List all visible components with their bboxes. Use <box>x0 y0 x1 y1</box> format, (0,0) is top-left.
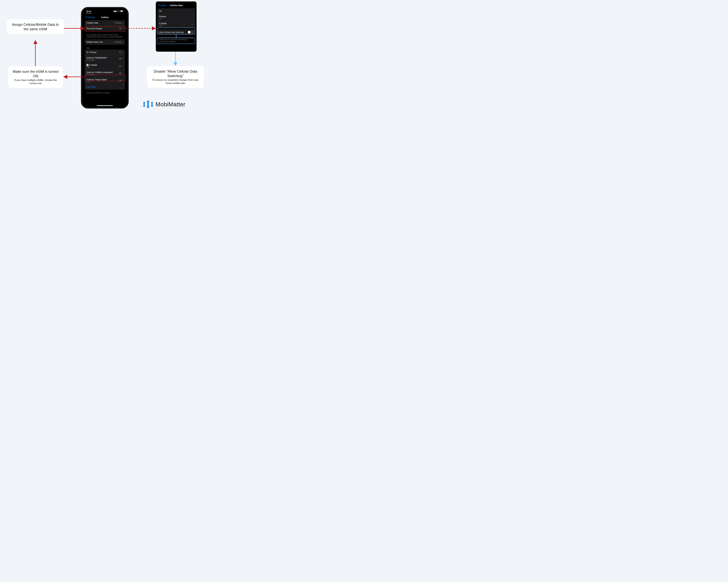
svg-rect-2 <box>123 11 124 11</box>
chevron-right-icon: › <box>123 79 123 82</box>
settings-group-data: Cellular Data 3 Global› Personal Hotspot… <box>85 20 125 31</box>
callout-title: Assign Cellular/Mobile Data to the same … <box>10 22 60 31</box>
sim-state: Off <box>119 72 122 75</box>
row-value: Off <box>119 27 122 30</box>
back-label: Cellular <box>160 4 167 6</box>
sim-number: No Number <box>86 74 113 75</box>
sim-badge-icon: P <box>86 51 88 53</box>
sim-row-3global[interactable]: 33 Global+852 On› <box>85 62 125 70</box>
sim-name: Primary <box>89 51 96 53</box>
option-3global[interactable]: 3 Global+852 ✓ <box>157 21 195 28</box>
home-indicator <box>97 105 113 106</box>
data-options-group: Off Primary+97 3 Global+852 ✓ <box>157 8 195 28</box>
mobimatter-logo: MobiMatter <box>143 100 185 109</box>
row-label: Allow Cellular Data Switching <box>159 31 184 33</box>
sim-name: Used as "Virgin Dubai" <box>86 78 107 81</box>
chevron-right-icon: › <box>123 41 123 43</box>
option-label: Primary <box>159 15 166 18</box>
sim-row-esimgo[interactable]: Used as "eSIMGo evaluation"No Number Off… <box>85 70 125 77</box>
sim-name: Used as "GlobalESIM" <box>86 57 107 59</box>
chevron-left-icon <box>86 16 87 19</box>
back-button[interactable]: Settings <box>86 16 95 19</box>
phone-screen: 10:18 ▮▮▮▯ Search Settings Cellular <box>83 9 127 107</box>
back-to-search[interactable]: Search <box>83 12 127 14</box>
chevron-right-icon: › <box>123 51 123 53</box>
back-label: Settings <box>87 16 95 19</box>
logo-text: MobiMatter <box>156 101 185 108</box>
sim-row-virgin-dubai[interactable]: Used as "Virgin Dubai"+971 ! Off› <box>85 77 125 84</box>
sim-badge-icon: 3 <box>86 64 88 66</box>
sim-number: +852 <box>86 66 97 68</box>
wifi-icon <box>118 10 120 12</box>
chevron-right-icon: › <box>123 58 123 60</box>
switching-hint: Turning this feature on will allow your … <box>157 36 195 43</box>
section-sims-label: SIMs <box>83 47 127 50</box>
row-add-esim[interactable]: Add eSIM <box>85 84 125 90</box>
sim-state: On <box>119 65 122 67</box>
callout-title: Disable "Allow Cellular Data Switching" <box>151 69 200 78</box>
battery-icon <box>120 10 124 12</box>
section-footer-label: CELLULAR DATA FOR 3 GLOBAL <box>83 91 127 94</box>
panel-nav-bar: Cellular Cellular Data <box>157 3 195 8</box>
status-icons: ▮▮▮▯ <box>113 10 124 12</box>
option-primary[interactable]: Primary+97 <box>157 14 195 21</box>
row-label: Personal Hotspot <box>86 27 102 30</box>
callout-assign-data: Assign Cellular/Mobile Data to the same … <box>7 19 64 34</box>
status-time: 10:18 <box>86 10 91 12</box>
option-number: +852 <box>159 25 166 26</box>
row-value: 3 Global <box>114 41 122 43</box>
svg-rect-5 <box>144 103 145 106</box>
add-esim-label: Add eSIM <box>86 86 95 88</box>
callout-title: Make sure the eSIM is turned ON <box>12 69 59 78</box>
chevron-left-icon <box>158 4 159 6</box>
switching-toggle[interactable] <box>187 31 193 34</box>
back-button[interactable]: Cellular <box>158 4 167 6</box>
callout-subtitle: If you have multiple eSIMs, choose the c… <box>12 79 59 85</box>
sim-row-primary[interactable]: PPrimary On› <box>85 50 125 55</box>
chevron-right-icon: › <box>123 27 123 30</box>
sim-state: Off <box>119 79 122 82</box>
callout-subtitle: To ensure no unwanted charges from your … <box>151 78 200 85</box>
row-allow-switching[interactable]: Allow Cellular Data Switching <box>157 29 195 35</box>
checkmark-icon: ✓ <box>191 23 193 26</box>
nav-bar: Settings Cellular <box>83 14 127 20</box>
svg-rect-8 <box>147 102 149 107</box>
callout-esim-on: Make sure the eSIM is turned ON If you h… <box>8 66 63 88</box>
sim-number: +971 ! <box>86 81 107 83</box>
row-cellular-data[interactable]: Cellular Data 3 Global› <box>85 20 125 26</box>
sim-state: On <box>119 51 122 53</box>
chevron-right-icon: › <box>123 65 123 67</box>
cellular-data-panel: Cellular Cellular Data Off Primary+97 3 … <box>156 1 197 52</box>
svg-rect-11 <box>151 103 153 106</box>
signal-icon: ▮▮▮▯ <box>113 10 117 12</box>
option-label: Off <box>159 10 161 12</box>
iphone-mockup: 10:18 ▮▮▮▯ Search Settings Cellular <box>81 7 129 109</box>
chevron-right-icon: › <box>123 22 123 24</box>
row-label: Default Voice Line <box>86 41 103 43</box>
row-personal-hotspot[interactable]: Personal Hotspot Off› <box>85 26 125 31</box>
svg-rect-1 <box>121 10 123 11</box>
logo-mark-icon <box>143 100 153 109</box>
settings-group-voice: Default Voice Line 3 Global› <box>85 39 125 45</box>
group-hint: Turn off cellular data to restrict all d… <box>83 33 127 39</box>
sims-group: PPrimary On› Used as "GlobalESIM"No Numb… <box>85 50 125 90</box>
sim-name: 3 Global <box>89 64 97 66</box>
sim-number: No Number <box>86 59 107 61</box>
sim-state: Off <box>119 58 122 60</box>
sim-row-globalesim[interactable]: Used as "GlobalESIM"No Number Off› <box>85 55 125 62</box>
option-number: +97 <box>159 18 166 20</box>
row-default-voice-line[interactable]: Default Voice Line 3 Global› <box>85 39 125 45</box>
switching-group: Allow Cellular Data Switching <box>157 29 195 35</box>
row-value: 3 Global <box>114 22 122 24</box>
row-label: Cellular Data <box>86 22 98 24</box>
option-off[interactable]: Off <box>157 8 195 14</box>
callout-disable-switching: Disable "Allow Cellular Data Switching" … <box>147 66 204 88</box>
chevron-right-icon: › <box>123 72 123 75</box>
option-label: 3 Global <box>159 22 166 25</box>
sim-name: Used as "eSIMGo evaluation" <box>86 71 113 74</box>
